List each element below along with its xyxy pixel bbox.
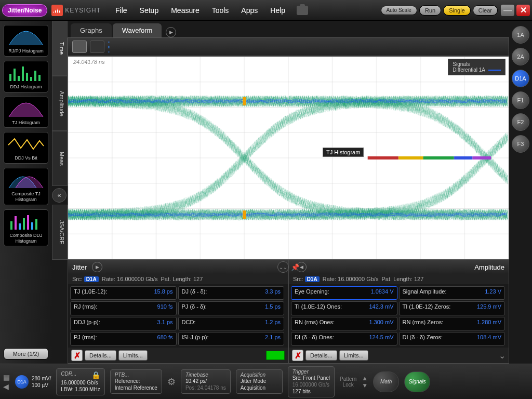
- function-f3-button[interactable]: F3: [512, 135, 529, 153]
- expand-down-icon[interactable]: ⌄⌄: [277, 261, 289, 273]
- sidebar-card-comp-tj[interactable]: Composite TJ Histogram: [4, 168, 48, 205]
- amplitude-panel-header: ◀ Amplitude: [289, 260, 509, 274]
- acquisition-group[interactable]: Acquisition Jitter Mode Acquisition: [236, 369, 283, 394]
- trigger-title: Trigger: [292, 369, 330, 375]
- layout-single-icon[interactable]: [72, 41, 87, 53]
- run-button[interactable]: Run: [419, 5, 441, 16]
- acq-mode: Jitter Mode: [241, 378, 278, 384]
- tab-graphs[interactable]: Graphs: [71, 23, 112, 37]
- keysight-logo-icon: [51, 5, 63, 16]
- measurement-cell[interactable]: DJ (δ - δ):3.3 ps: [178, 286, 285, 300]
- layout-grid-icon[interactable]: [90, 41, 104, 53]
- collapse-icon[interactable]: «: [52, 188, 66, 203]
- sidebar-card-ddj[interactable]: DDJ Histogram: [4, 61, 48, 92]
- measurement-cell[interactable]: RJ (rms):910 fs: [70, 301, 177, 315]
- sidebar-card-ddj-vs-bit[interactable]: DDJ Vs Bit: [4, 132, 48, 164]
- tj-histogram-marker[interactable]: TJ Histogram: [323, 148, 364, 157]
- measurement-cell[interactable]: DDJ (p-p):3.1 ps: [70, 317, 177, 330]
- measurement-cell[interactable]: TI (1.0E-12) Ones:142.3 mV: [291, 301, 397, 315]
- svg-rect-12: [27, 215, 29, 230]
- collapse-left-icon[interactable]: ◀: [3, 382, 10, 391]
- trigger-group[interactable]: Trigger Src: Front Panel 16.000000 Gb/s …: [288, 366, 335, 397]
- ptb-ref-value: Internal Reference: [115, 384, 157, 391]
- measurement-cell[interactable]: Signal Amplitude:1.23 V: [399, 286, 506, 300]
- clear-button[interactable]: Clear: [473, 5, 498, 16]
- scroll-up-icon[interactable]: ▲: [362, 375, 368, 382]
- svg-rect-9: [15, 216, 17, 230]
- scroll-down-icon[interactable]: ▼: [362, 382, 368, 389]
- measurement-cell[interactable]: RN (rms) Zeros:1.280 mV: [399, 317, 506, 330]
- status-bar: ▦ ◀ D1A 280 mV/ 100 µV CDR...🔒 16.000000…: [0, 364, 532, 399]
- timebase-group[interactable]: Timebase 10.42 ps/ Pos: 24.04178 ns: [181, 369, 231, 394]
- single-button[interactable]: Single: [443, 5, 471, 16]
- timebase-scale: 10.42 ps/: [185, 378, 226, 384]
- screenshot-icon[interactable]: [297, 6, 308, 15]
- measurement-cell[interactable]: TJ (1.0E-12):15.8 ps: [70, 286, 177, 300]
- status-channel-badge[interactable]: D1A: [15, 375, 29, 389]
- function-f2-button[interactable]: F2: [512, 113, 529, 131]
- menu-setup[interactable]: Setup: [134, 3, 165, 18]
- svg-rect-10: [19, 223, 21, 230]
- vtab-jsa[interactable]: JSA/CRE: [52, 205, 68, 260]
- measurement-cell[interactable]: TI (1.0E-12) Zeros:125.9 mV: [399, 301, 506, 315]
- menu-measure[interactable]: Measure: [165, 3, 205, 18]
- measurement-cell[interactable]: ISI-J (p-p):2.1 ps: [178, 332, 285, 345]
- more-button[interactable]: More (1/2): [4, 348, 48, 360]
- jitter-footer: ✗ Details... Limits...: [68, 348, 288, 363]
- measurement-cell[interactable]: RN (rms) Ones:1.300 mV: [291, 317, 397, 330]
- signals-button[interactable]: Signals: [404, 371, 430, 392]
- jitter-patlen: 127: [193, 276, 203, 282]
- waveform-display[interactable]: 24.04178 ns Signals Differential 1A TJ H…: [68, 56, 509, 260]
- amplitude-delete-button[interactable]: ✗: [292, 350, 303, 361]
- play-icon[interactable]: ▶: [166, 27, 176, 37]
- measurement-cell[interactable]: DI (δ - δ) Ones:124.5 mV: [291, 332, 397, 345]
- mode-badge[interactable]: Jitter/Noise: [2, 4, 47, 17]
- amplitude-limits-button[interactable]: Limits...: [339, 350, 368, 361]
- vtab-meas[interactable]: Meas: [52, 131, 68, 186]
- measurement-cell[interactable]: PJ (rms):680 fs: [70, 332, 177, 345]
- jitter-play-icon[interactable]: ▶: [92, 262, 102, 272]
- vtab-amplitude[interactable]: Amplitude: [52, 76, 68, 131]
- indicator-dots-icon: ::: [108, 41, 110, 52]
- measurement-cell[interactable]: Eye Opening:1.0834 V: [291, 286, 397, 300]
- cdr-group[interactable]: CDR...🔒 16.000000 Gb/s LBW: 1.500 MHz: [56, 368, 104, 395]
- sidebar-card-rjpj[interactable]: RJ/PJ Histogram: [4, 25, 48, 57]
- measurement-cell[interactable]: DI (δ - δ) Zeros:108.4 mV: [399, 332, 506, 345]
- gauss-magenta-icon: [6, 99, 46, 118]
- channel-d1a-button[interactable]: D1A: [512, 70, 529, 87]
- vtab-time[interactable]: Time: [52, 21, 68, 76]
- menu-help[interactable]: Help: [264, 3, 291, 18]
- measurement-cell[interactable]: DCD:1.2 ps: [178, 317, 285, 330]
- measurement-cell[interactable]: PJ (δ - δ):1.5 ps: [178, 301, 285, 315]
- jitter-limits-button[interactable]: Limits...: [118, 350, 148, 361]
- minimize-icon[interactable]: —: [501, 5, 514, 16]
- menu-file[interactable]: File: [109, 3, 134, 18]
- jitter-delete-button[interactable]: ✗: [71, 350, 83, 361]
- pattern-lock-label[interactable]: Pattern Lock: [340, 376, 356, 388]
- ptb-group[interactable]: PTB... Reference: Internal Reference: [110, 369, 162, 394]
- chevron-down-icon[interactable]: ⌄: [499, 351, 506, 361]
- close-icon[interactable]: ✕: [516, 5, 530, 16]
- amplitude-footer: ✗ Details... Limits... ⌄: [289, 348, 509, 363]
- menu-apps[interactable]: Apps: [235, 3, 264, 18]
- pin-icon[interactable]: 📌: [291, 263, 299, 271]
- channel-2a-button[interactable]: 2A: [512, 48, 529, 65]
- jitter-rate: 16.000000 Gb/s: [117, 276, 157, 282]
- amplitude-title: Amplitude: [474, 263, 504, 271]
- status-indicator-icon: [266, 351, 285, 360]
- sidebar-card-tj[interactable]: TJ Histogram: [4, 97, 48, 128]
- math-button[interactable]: Math: [373, 371, 399, 392]
- amplitude-details-button[interactable]: Details...: [305, 350, 337, 361]
- menu-tools[interactable]: Tools: [206, 3, 235, 18]
- function-f1-button[interactable]: F1: [512, 91, 529, 109]
- trigger-src: Src: Front Panel: [292, 375, 330, 381]
- settings-gear-icon[interactable]: ⚙: [167, 376, 176, 388]
- grid-icon[interactable]: ▦: [3, 373, 10, 381]
- tab-waveform[interactable]: Waveform: [113, 23, 162, 37]
- autoscale-button[interactable]: Auto Scale: [381, 6, 417, 15]
- jitter-details-button[interactable]: Details...: [85, 350, 116, 361]
- main-area: Graphs Waveform ▶ :: 24.04178 ns Signals…: [68, 21, 509, 364]
- jitter-measurements: TJ (1.0E-12):15.8 psDJ (δ - δ):3.3 psRJ …: [68, 284, 288, 348]
- channel-1a-button[interactable]: 1A: [512, 26, 529, 44]
- sidebar-card-comp-ddj[interactable]: Composite DDJ Histogram: [4, 209, 48, 247]
